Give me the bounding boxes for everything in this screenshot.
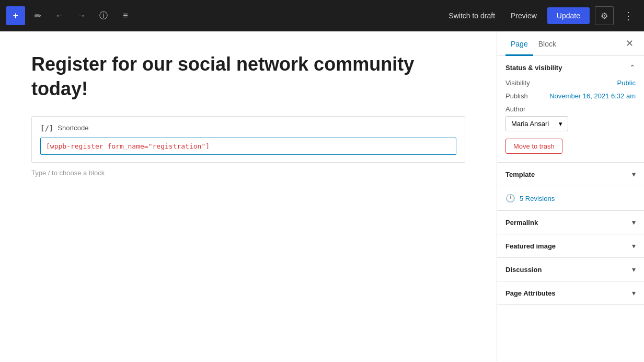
discussion-header[interactable]: Discussion ▾ [497, 258, 644, 281]
section-permalink: Permalink ▾ [497, 211, 644, 234]
permalink-header[interactable]: Permalink ▾ [497, 211, 644, 234]
list-view-button[interactable]: ≡ [116, 6, 135, 25]
tab-block[interactable]: Block [533, 31, 561, 56]
revisions-link[interactable]: 5 Revisions [520, 195, 555, 202]
move-to-trash-button[interactable]: Move to trash [505, 139, 562, 154]
publish-label: Publish [505, 92, 528, 100]
visibility-value[interactable]: Public [617, 79, 636, 87]
toolbar: + ✏ ← → ⓘ ≡ Switch to draft Preview Upda… [0, 0, 644, 31]
preview-button[interactable]: Preview [505, 8, 542, 23]
author-name: Maria Ansari [511, 120, 549, 128]
info-icon: ⓘ [99, 10, 108, 21]
featured-image-chevron-icon: ▾ [632, 242, 636, 250]
template-header[interactable]: Template ▾ [497, 163, 644, 186]
discussion-title: Discussion [505, 266, 542, 274]
shortcode-icon: [/] [40, 124, 53, 132]
redo-button[interactable]: → [72, 6, 91, 25]
shortcode-input[interactable] [40, 138, 456, 155]
chevron-up-icon: ⌃ [629, 63, 636, 72]
author-select[interactable]: Maria Ansari ▾ [505, 116, 568, 131]
revisions-row: 🕐 5 Revisions [497, 186, 644, 211]
section-status-visibility: Status & visibility ⌃ Visibility Public … [497, 56, 644, 163]
publish-date[interactable]: November 16, 2021 6:32 am [549, 92, 636, 100]
section-featured-image: Featured image ▾ [497, 234, 644, 258]
page-attributes-title: Page Attributes [505, 289, 556, 297]
add-icon: + [13, 10, 19, 21]
editor-area: Register for our social network communit… [0, 31, 497, 362]
author-row: Author Maria Ansari ▾ [505, 105, 636, 131]
close-sidebar-button[interactable]: ✕ [624, 36, 636, 51]
close-icon: ✕ [626, 38, 634, 49]
publish-row: Publish November 16, 2021 6:32 am [505, 92, 636, 100]
discussion-chevron-icon: ▾ [632, 265, 636, 274]
author-label: Author [505, 105, 636, 113]
status-visibility-header[interactable]: Status & visibility ⌃ [497, 56, 644, 79]
wp-logo[interactable]: + [6, 6, 25, 25]
info-button[interactable]: ⓘ [94, 6, 113, 25]
sidebar-tabs: Page Block ✕ [497, 31, 644, 56]
clock-icon: 🕐 [505, 194, 515, 203]
pencil-icon: ✏ [34, 11, 41, 21]
edit-button[interactable]: ✏ [28, 6, 47, 25]
more-options-button[interactable]: ⋮ [619, 6, 638, 25]
ellipsis-icon: ⋮ [623, 9, 634, 22]
list-icon: ≡ [123, 11, 128, 20]
page-attributes-header[interactable]: Page Attributes ▾ [497, 281, 644, 304]
status-visibility-title: Status & visibility [505, 64, 562, 72]
toolbar-right: Switch to draft Preview Update ⚙ ⋮ [443, 6, 638, 25]
update-button[interactable]: Update [547, 7, 590, 24]
undo-icon: ← [55, 11, 64, 20]
undo-button[interactable]: ← [50, 6, 69, 25]
visibility-label: Visibility [505, 79, 530, 87]
featured-image-header[interactable]: Featured image ▾ [497, 234, 644, 257]
shortcode-label: Shortcode [58, 124, 88, 132]
template-chevron-icon: ▾ [632, 170, 636, 178]
page-title: Register for our social network communit… [31, 52, 465, 101]
switch-to-draft-button[interactable]: Switch to draft [443, 8, 500, 23]
shortcode-header: [/] Shortcode [40, 124, 456, 132]
toolbar-left: + ✏ ← → ⓘ ≡ [6, 6, 135, 25]
block-hint: Type / to choose a block [31, 169, 465, 177]
gear-icon: ⚙ [601, 11, 608, 21]
page-attributes-chevron-icon: ▾ [632, 289, 636, 297]
section-discussion: Discussion ▾ [497, 258, 644, 281]
sidebar: Page Block ✕ Status & visibility ⌃ Visib… [497, 31, 644, 362]
tab-page[interactable]: Page [505, 31, 533, 56]
author-chevron-icon: ▾ [559, 120, 562, 128]
permalink-chevron-icon: ▾ [632, 218, 636, 227]
visibility-row: Visibility Public [505, 79, 636, 87]
section-page-attributes: Page Attributes ▾ [497, 281, 644, 305]
redo-icon: → [77, 11, 86, 20]
featured-image-title: Featured image [505, 242, 556, 250]
main-area: Register for our social network communit… [0, 31, 644, 362]
permalink-title: Permalink [505, 219, 538, 227]
shortcode-block: [/] Shortcode [31, 116, 465, 163]
section-template: Template ▾ [497, 163, 644, 186]
status-content: Visibility Public Publish November 16, 2… [497, 79, 644, 162]
template-title: Template [505, 171, 535, 178]
settings-button[interactable]: ⚙ [595, 6, 614, 25]
